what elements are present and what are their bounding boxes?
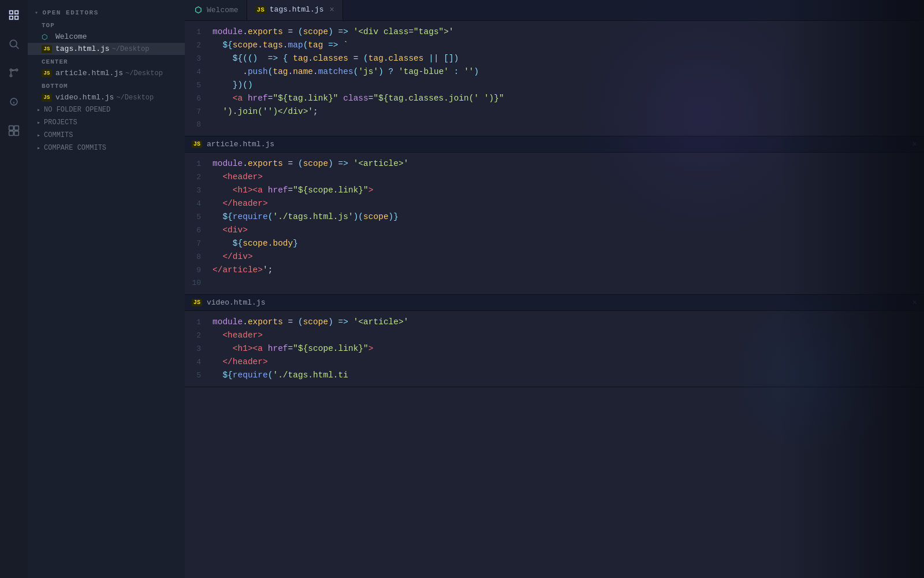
sidebar-item-welcome[interactable]: ⬡ Welcome xyxy=(28,31,185,43)
article-panel-title: article.html.js xyxy=(207,140,274,149)
code-line: 2 <header> xyxy=(185,171,924,184)
welcome-label: Welcome xyxy=(55,32,87,41)
git-icon[interactable] xyxy=(5,64,23,82)
article-panel: JS article.html.js × 1 module.exports = … xyxy=(185,136,924,295)
debug-icon[interactable] xyxy=(5,92,23,111)
code-line: 4 </header> xyxy=(185,197,924,210)
code-line: 4 </header> xyxy=(185,355,924,369)
code-line: 3 ${(() => { tag.classes = (tag.classes … xyxy=(185,52,924,65)
code-line: 8 xyxy=(185,118,924,131)
svg-point-3 xyxy=(10,75,12,76)
video-panel: JS video.html.js × 1 module.exports = (s… xyxy=(185,295,924,387)
svg-point-2 xyxy=(10,69,12,71)
video-panel-close[interactable]: × xyxy=(912,299,917,307)
activity-bar xyxy=(0,0,28,578)
code-line: 1 module.exports = (scope) => '<article>… xyxy=(185,316,924,329)
tags-tab-label: tags.html.js xyxy=(270,5,324,14)
svg-rect-11 xyxy=(9,126,14,131)
code-line: 3 <h1><a href="${scope.link}"> xyxy=(185,342,924,355)
svg-line-1 xyxy=(16,46,19,49)
js-icon-article-panel: JS xyxy=(192,140,202,148)
sidebar: OPEN EDITORS TOP ⬡ Welcome JS tags.html.… xyxy=(0,0,185,578)
svg-point-4 xyxy=(16,69,17,71)
svg-rect-12 xyxy=(14,126,19,131)
code-line: 2 ${scope.tags.map(tag => ` xyxy=(185,39,924,52)
article-panel-header: JS article.html.js × xyxy=(185,136,924,153)
video-panel-header: JS video.html.js × xyxy=(185,295,924,311)
code-line: 6 <a href="${tag.link}" class="${tag.cla… xyxy=(185,92,924,105)
js-icon-tags: JS xyxy=(42,45,52,53)
code-line: 5 ${require('./tags.html.js')(scope)} xyxy=(185,210,924,224)
open-editors-section[interactable]: OPEN EDITORS xyxy=(28,5,185,18)
tags-code-area: 1 module.exports = (scope) => '<div clas… xyxy=(185,21,924,136)
tags-panel: 1 module.exports = (scope) => '<div clas… xyxy=(185,21,924,136)
sidebar-item-video[interactable]: JS video.html.js ~/Desktop xyxy=(28,91,185,103)
svg-rect-13 xyxy=(9,131,14,136)
code-line: 10 xyxy=(185,277,924,290)
code-line: 1 module.exports = (scope) => '<article>… xyxy=(185,157,924,171)
code-line: 9 </article>'; xyxy=(185,264,924,277)
compare-commits-section[interactable]: COMPARE COMMITS xyxy=(28,142,185,154)
code-panels: 1 module.exports = (scope) => '<div clas… xyxy=(185,21,924,578)
js-tab-icon-tags: JS xyxy=(255,6,266,14)
code-line: 5 })() xyxy=(185,79,924,92)
article-panel-close[interactable]: × xyxy=(912,140,917,149)
tab-close-tags[interactable]: × xyxy=(329,6,334,14)
video-code-area: 1 module.exports = (scope) => '<article>… xyxy=(185,311,924,387)
svg-rect-14 xyxy=(14,131,19,136)
code-line: 8 </div> xyxy=(185,250,924,264)
code-line: 2 <header> xyxy=(185,329,924,342)
bottom-subsection-label: BOTTOM xyxy=(28,79,185,91)
js-icon-video-panel: JS xyxy=(192,299,202,306)
code-line: 6 <div> xyxy=(185,224,924,237)
article-code-area: 1 module.exports = (scope) => '<article>… xyxy=(185,153,924,294)
article-label: article.html.js xyxy=(55,69,123,77)
commits-section[interactable]: COMMITS xyxy=(28,129,185,142)
svg-point-0 xyxy=(10,40,17,47)
video-label: video.html.js xyxy=(55,93,114,102)
extensions-icon[interactable] xyxy=(5,121,23,140)
explorer-icon[interactable] xyxy=(5,6,23,24)
code-line: 1 module.exports = (scope) => '<div clas… xyxy=(185,25,924,39)
tab-tags[interactable]: JS tags.html.js × xyxy=(247,0,343,20)
code-line: 3 <h1><a href="${scope.link}"> xyxy=(185,184,924,197)
file-tree: OPEN EDITORS TOP ⬡ Welcome JS tags.html.… xyxy=(28,0,185,578)
welcome-tab-icon: ⬡ xyxy=(193,5,203,16)
js-icon-article: JS xyxy=(42,69,52,77)
sidebar-item-article[interactable]: JS article.html.js ~/Desktop xyxy=(28,67,185,79)
tags-label: tags.html.js xyxy=(55,45,110,53)
code-line: 5 ${require('./tags.html.ti xyxy=(185,369,924,382)
search-icon[interactable] xyxy=(5,35,23,53)
code-line: 7 ').join('')</div>'; xyxy=(185,105,924,118)
top-subsection-label: TOP xyxy=(28,18,185,31)
video-panel-title: video.html.js xyxy=(207,298,265,307)
tab-bar: ⬡ Welcome JS tags.html.js × xyxy=(185,0,924,21)
projects-section[interactable]: PROJECTS xyxy=(28,116,185,129)
welcome-icon: ⬡ xyxy=(42,33,52,41)
code-line: 7 ${scope.body} xyxy=(185,237,924,250)
center-subsection-label: CENTER xyxy=(28,55,185,67)
no-folder-section[interactable]: NO FOLDER OPENED xyxy=(28,103,185,116)
tab-welcome[interactable]: ⬡ Welcome xyxy=(185,0,247,20)
js-icon-video: JS xyxy=(42,94,52,102)
welcome-tab-label: Welcome xyxy=(207,6,239,14)
main-editor: ⬡ Welcome JS tags.html.js × 1 module.exp… xyxy=(185,0,924,578)
sidebar-item-tags[interactable]: JS tags.html.js ~/Desktop xyxy=(28,43,185,55)
code-line: 4 .push(tag.name.matches('js') ? 'tag-bl… xyxy=(185,65,924,79)
